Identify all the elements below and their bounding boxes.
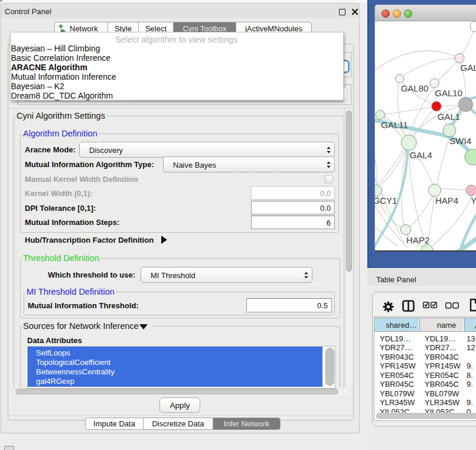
svg-text:GCY1: GCY1	[375, 195, 397, 206]
svg-text:YJ: YJ	[471, 195, 476, 206]
svg-text:GAL1: GAL1	[438, 112, 460, 122]
svg-text:SWI4: SWI4	[449, 136, 471, 146]
svg-text:GAL80: GAL80	[401, 83, 429, 93]
svg-text:GAL11: GAL11	[381, 120, 408, 130]
svg-text:HAP4: HAP4	[435, 195, 458, 206]
svg-text:GAL2: GAL2	[461, 63, 476, 73]
svg-text:GAL10: GAL10	[435, 88, 462, 98]
svg-text:HAP2: HAP2	[406, 235, 429, 245]
svg-text:GAL4: GAL4	[410, 150, 432, 160]
